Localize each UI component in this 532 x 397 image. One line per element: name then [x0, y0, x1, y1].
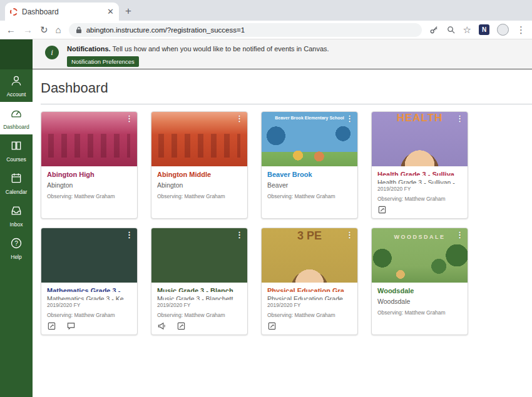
course-card-grid: ⋮ Abington High Abington Observing: Matt…	[41, 111, 532, 335]
sidebar-item-label: Dashboard	[3, 124, 29, 130]
course-card-title[interactable]: Woodsdale	[377, 287, 462, 294]
dashboard-icon	[10, 107, 23, 122]
svg-text:?: ?	[14, 240, 18, 247]
course-card-subtitle: Physical Education Grade 3 - Sullivan - …	[267, 295, 352, 300]
course-card-observing: Observing: Matthew Graham	[377, 309, 462, 316]
key-icon[interactable]	[429, 25, 439, 34]
course-card-subtitle: Beaver	[267, 181, 352, 189]
browser-menu-icon[interactable]: ⋮	[516, 25, 526, 34]
course-card-title[interactable]: Abington High	[47, 171, 131, 178]
course-card-term: 2019/2020 FY	[47, 302, 131, 308]
course-card-title[interactable]: Health Grade 3 - Sullivan - -FY	[377, 171, 462, 176]
account-icon	[10, 74, 23, 89]
course-image-caption: WOODSDALE	[372, 234, 468, 240]
banner-message: Tell us how and when you would like to b…	[113, 45, 329, 53]
course-card: ⋮ Abington Middle Abington Observing: Ma…	[151, 111, 248, 219]
sidebar-item-calendar[interactable]: Calendar	[0, 167, 33, 199]
assignments-icon[interactable]	[267, 321, 277, 331]
course-card-body: Abington High Abington Observing: Matthe…	[41, 166, 137, 218]
course-card-body: Mathematics Grade 3 - Kelly - -FY Mathem…	[41, 283, 137, 334]
course-card-image[interactable]: Beaver Brook Elementary School ⋮	[262, 112, 357, 166]
info-icon: i	[45, 46, 59, 59]
card-options-kebab-icon[interactable]: ⋮	[125, 230, 133, 239]
course-card-body: Beaver Brook Beaver Observing: Matthew G…	[262, 166, 357, 218]
card-options-kebab-icon[interactable]: ⋮	[235, 114, 243, 123]
main-content: i Notifications. Tell us how and when yo…	[33, 39, 532, 397]
title-divider	[41, 104, 532, 104]
home-icon[interactable]: ⌂	[56, 25, 61, 34]
sidebar-item-help[interactable]: ?Help	[0, 232, 33, 264]
search-icon[interactable]	[446, 25, 456, 34]
course-card-subtitle: Mathematics Grade 3 - Kelly - -FY	[47, 295, 131, 300]
course-card-term: 2019/2020 FY	[377, 186, 462, 192]
canvas-sidebar: AccountDashboardCoursesCalendarInbox?Hel…	[0, 39, 33, 397]
assignments-icon[interactable]	[47, 321, 56, 331]
sidebar-item-label: Account	[7, 91, 26, 98]
discussions-icon[interactable]	[66, 321, 76, 331]
card-options-kebab-icon[interactable]: ⋮	[345, 114, 354, 123]
card-options-kebab-icon[interactable]: ⋮	[345, 230, 354, 239]
course-card-image[interactable]: ⋮	[41, 112, 137, 166]
course-card-subtitle: Abington	[157, 181, 242, 189]
bookmark-star-icon[interactable]: ☆	[463, 24, 471, 36]
course-card-image[interactable]: ⋮	[151, 228, 247, 283]
tab-close-icon[interactable]: ✕	[107, 7, 114, 16]
course-card-observing: Observing: Matthew Graham	[47, 193, 131, 199]
card-options-kebab-icon[interactable]: ⋮	[456, 114, 464, 123]
courses-icon	[10, 139, 23, 154]
assignments-icon[interactable]	[176, 321, 186, 331]
page-title: Dashboard	[41, 80, 532, 96]
course-card-actions	[377, 202, 462, 214]
browser-profile-avatar[interactable]	[497, 24, 509, 36]
course-card-title[interactable]: Beaver Brook	[267, 171, 352, 178]
address-bar: ← → ↻ ⌂ abington.instructure.com/?regist…	[0, 21, 532, 39]
notification-banner: i Notifications. Tell us how and when yo…	[33, 39, 532, 69]
sidebar-item-dashboard[interactable]: Dashboard	[0, 102, 33, 134]
course-card-subtitle: Woodsdale	[377, 298, 462, 305]
help-icon: ?	[10, 237, 23, 252]
url-text: abington.instructure.com/?registration_s…	[86, 26, 245, 34]
url-field[interactable]: abington.instructure.com/?registration_s…	[69, 23, 422, 37]
course-image-caption: HEALTH	[372, 112, 468, 124]
forward-icon[interactable]: →	[23, 25, 33, 34]
sidebar-item-account[interactable]: Account	[0, 69, 33, 102]
browser-tab-bar: Dashboard ✕ +	[0, 0, 532, 21]
tab-title: Dashboard	[22, 8, 103, 16]
canvas-favicon-icon	[10, 8, 18, 16]
sidebar-item-courses[interactable]: Courses	[0, 134, 33, 167]
course-card-image[interactable]: HEALTH ⋮	[372, 112, 468, 166]
course-card-image[interactable]: ⋮	[41, 228, 137, 283]
card-options-kebab-icon[interactable]: ⋮	[125, 114, 133, 123]
extension-badge[interactable]: N	[479, 24, 489, 35]
course-card-image[interactable]: ⋮	[151, 112, 247, 166]
assignments-icon[interactable]	[377, 205, 387, 214]
refresh-icon[interactable]: ↻	[40, 25, 48, 34]
browser-tab[interactable]: Dashboard ✕	[5, 3, 119, 21]
inbox-icon	[10, 204, 23, 219]
course-card-image[interactable]: 3 PE ⋮	[262, 228, 357, 283]
course-card-title[interactable]: Physical Education Grade 3 - Sullivan - …	[267, 287, 352, 292]
sidebar-item-inbox[interactable]: Inbox	[0, 199, 33, 232]
new-tab-button[interactable]: +	[125, 5, 131, 18]
sidebar-item-label: Courses	[6, 156, 26, 163]
course-card-title[interactable]: Abington Middle	[157, 171, 242, 178]
institution-logo[interactable]	[0, 39, 33, 69]
course-card-subtitle: Health Grade 3 - Sullivan - -FY	[377, 179, 462, 184]
course-card-observing: Observing: Matthew Graham	[267, 193, 352, 199]
course-card-title[interactable]: Mathematics Grade 3 - Kelly - -FY	[47, 287, 131, 292]
course-card-observing: Observing: Matthew Graham	[157, 193, 242, 199]
course-card-term: 2019/2020 FY	[157, 302, 242, 308]
course-card-actions	[157, 318, 242, 331]
card-options-kebab-icon[interactable]: ⋮	[235, 230, 243, 239]
course-card-body: Abington Middle Abington Observing: Matt…	[151, 166, 247, 218]
sidebar-item-label: Help	[11, 254, 21, 260]
notification-preferences-button[interactable]: Notification Preferences	[67, 56, 139, 67]
course-card-image[interactable]: WOODSDALE ⋮	[372, 228, 468, 283]
course-card-actions	[267, 318, 352, 331]
course-card: Beaver Brook Elementary School ⋮ Beaver …	[261, 111, 358, 219]
card-options-kebab-icon[interactable]: ⋮	[456, 230, 464, 239]
back-icon[interactable]: ←	[6, 25, 16, 34]
course-card-subtitle: Abington	[47, 181, 131, 189]
course-card-title[interactable]: Music Grade 3 - Blanchette - -FY	[157, 287, 242, 292]
announcements-icon[interactable]	[157, 321, 166, 331]
